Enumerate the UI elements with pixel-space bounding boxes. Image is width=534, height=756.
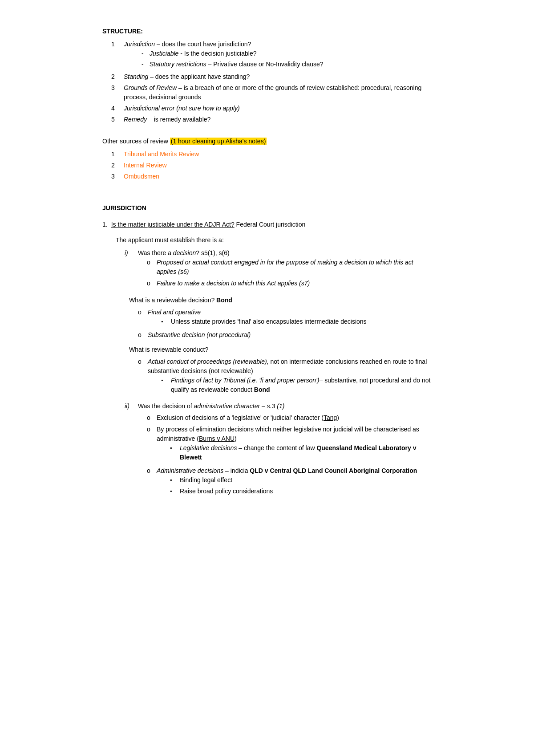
square-item: Findings of fact by Tribunal (i.e. 'fi a… (161, 376, 432, 394)
list-item: 3 Ombudsmen (111, 172, 432, 181)
jurisdiction-item-header: 1. Is the matter justiciable under the A… (102, 220, 432, 229)
list-num: 4 (111, 104, 118, 113)
list-item: 2 Standing – does the applicant have sta… (111, 72, 432, 81)
square-item: Legislative decisions – change the conte… (170, 443, 432, 462)
list-num: 5 (111, 115, 118, 124)
list-num: 3 (111, 172, 118, 181)
internal-review-item: Internal Review (124, 161, 432, 170)
circle-content: Proposed or actual conduct engaged in fo… (157, 258, 432, 276)
roman-list: i) Was there a decision? s5(1), s(6) Pro… (116, 248, 432, 290)
list-content: Grounds of Review – is a breach of one o… (124, 83, 432, 102)
list-num: 2 (111, 161, 118, 170)
item-italic: Remedy (124, 116, 147, 123)
burns-underline: Burns v ANU (199, 435, 235, 442)
circle-item: Failure to make a decision to which this… (147, 279, 432, 288)
item-content: Is the matter justiciable under the ADJR… (111, 220, 306, 229)
jurisdiction-item-1: 1. Is the matter justiciable under the A… (102, 220, 432, 500)
circle-content: By process of elimination decisions whic… (157, 425, 432, 464)
what-reviewable-conduct: What is reviewable conduct? (116, 345, 432, 354)
roman-content-ii: Was the decision of administrative chara… (138, 402, 432, 500)
square-sublist: Unless statute provides 'final' also enc… (148, 317, 432, 326)
circle-list-ii: Exclusion of decisions of a 'legislative… (138, 413, 432, 498)
list-item: 1 Jurisdiction – does the court have jur… (111, 40, 432, 70)
list-item: 5 Remedy – is remedy available? (111, 115, 432, 124)
roman-list-ii: ii) Was the decision of administrative c… (116, 402, 432, 500)
dash-italic: Statutory restrictions (150, 61, 206, 68)
jurisdiction-section: JURISDICTION 1. Is the matter justiciabl… (102, 203, 432, 500)
circle-item: Final and operative Unless statute provi… (138, 308, 432, 328)
bond-circle-list: Final and operative Unless statute provi… (116, 308, 432, 340)
square-item-binding: Binding legal effect (170, 476, 432, 485)
admin-character: administrative character – s.3 (1) (194, 402, 285, 410)
list-content: Jurisdiction – does the court have juris… (124, 40, 432, 70)
what-reviewable-decision: What is a reviewable decision? Bond (116, 296, 432, 305)
roman-label: i) (125, 248, 134, 290)
raise-broad-policy: Raise broad policy considerations (180, 487, 432, 496)
tribunal-review-item: Tribunal and Merits Review (124, 150, 432, 159)
circle-italic: Failure to make a decision to which this… (157, 280, 310, 287)
item-italic: Jurisdictional error (not sure how to ap… (124, 105, 240, 112)
list-num: 1 (111, 150, 118, 159)
list-content: Standing – does the applicant have stand… (124, 72, 432, 81)
list-item: 4 Jurisdictional error (not sure how to … (111, 104, 432, 113)
structure-section: STRUCTURE: 1 Jurisdiction – does the cou… (102, 27, 432, 124)
dash-content: Statutory restrictions – Privative claus… (150, 60, 432, 69)
item-italic: Grounds of Review (124, 84, 177, 91)
list-content: Remedy – is remedy available? (124, 115, 432, 124)
other-sources-header: Other sources of review (1 hour cleaning… (102, 137, 432, 146)
list-item: 2 Internal Review (111, 161, 432, 170)
final-operative: Final and operative (148, 309, 201, 316)
circle-content: Exclusion of decisions of a 'legislative… (157, 413, 432, 423)
square-content: Findings of fact by Tribunal (i.e. 'fi a… (171, 376, 432, 394)
square-sublist-iii: Binding legal effect Raise broad policy … (157, 476, 432, 496)
list-item: 1 Tribunal and Merits Review (111, 150, 432, 159)
list-num: 1 (111, 40, 118, 70)
roman-item-ii: ii) Was the decision of administrative c… (125, 402, 432, 500)
dash-sublist: Justiciable - Is the decision justiciabl… (124, 49, 432, 69)
roman-item-i: i) Was there a decision? s5(1), s(6) Pro… (125, 248, 432, 290)
other-sources-section: Other sources of review (1 hour cleaning… (102, 137, 432, 181)
circle-content: Failure to make a decision to which this… (157, 279, 432, 288)
conduct-circle-list: Actual conduct of proceedings (reviewabl… (116, 357, 432, 396)
dash-italic: Justiciable (150, 50, 178, 57)
decision-italic: decision (173, 249, 196, 256)
adjr-act-text: Is the matter justiciable under the ADJR… (111, 221, 235, 228)
page: STRUCTURE: 1 Jurisdiction – does the cou… (67, 0, 467, 536)
dash-item: Statutory restrictions – Privative claus… (142, 60, 432, 69)
circle-item: Actual conduct of proceedings (reviewabl… (138, 357, 432, 396)
sub-content: The applicant must establish there is a:… (102, 236, 432, 500)
circle-sublist: Proposed or actual conduct engaged in fo… (138, 258, 432, 288)
jurisdiction-title: JURISDICTION (102, 203, 432, 213)
circle-item: Administrative decisions – indicia QLD v… (147, 466, 432, 498)
list-content: Jurisdictional error (not sure how to ap… (124, 104, 432, 113)
item-italic: Jurisdiction (124, 41, 155, 48)
other-sources-list: 1 Tribunal and Merits Review 2 Internal … (102, 150, 432, 181)
square-item-policy: Raise broad policy considerations (170, 487, 432, 496)
circle-content: Administrative decisions – indicia QLD v… (157, 466, 432, 498)
dash-content: Justiciable - Is the decision justiciabl… (150, 49, 432, 58)
other-sources-highlight: (1 hour cleaning up Alisha's notes) (170, 138, 267, 145)
what-reviewable-prefix: What is a reviewable decision? Bond (116, 297, 232, 304)
structure-list: 1 Jurisdiction – does the court have jur… (102, 40, 432, 124)
legislative-decisions: Legislative decisions (180, 444, 237, 451)
actual-conduct: Actual conduct of proceedings (reviewabl… (148, 358, 269, 365)
dash-item: Justiciable - Is the decision justiciabl… (142, 49, 432, 58)
findings-italic: Findings of fact by Tribunal (i.e. 'fi a… (171, 377, 323, 384)
circle-item: Substantive decision (not procedural) (138, 330, 432, 340)
admin-decisions-italic: Administrative decisions (157, 467, 223, 474)
square-sublist-ii: Legislative decisions – change the conte… (157, 443, 432, 462)
square-sublist: Findings of fact by Tribunal (i.e. 'fi a… (148, 376, 432, 394)
bond-bold: Bond (216, 297, 232, 304)
square-item: Unless statute provides 'final' also enc… (161, 317, 432, 326)
circle-content: Substantive decision (not procedural) (148, 330, 432, 340)
qld-bold: QLD v Central QLD Land Council Aborigina… (250, 467, 417, 474)
item-number: 1. (102, 220, 108, 229)
bond-bold-2: Bond (254, 386, 270, 393)
roman-content: Was there a decision? s5(1), s(6) Propos… (138, 248, 432, 290)
circle-content: Final and operative Unless statute provi… (148, 308, 432, 328)
item-italic: Standing (124, 73, 148, 80)
applicant-must: The applicant must establish there is a: (116, 236, 432, 245)
list-num: 3 (111, 83, 118, 102)
roman-label-ii: ii) (125, 402, 134, 500)
federal-court-text: Federal Court jurisdiction (236, 221, 306, 228)
